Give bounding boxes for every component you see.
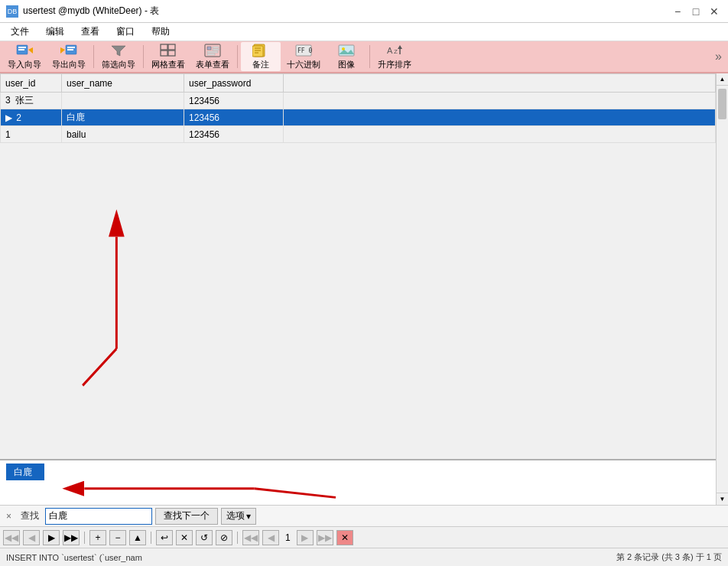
menu-edit[interactable]: 编辑	[38, 24, 72, 41]
vertical-scrollbar[interactable]: ▲ ▼	[716, 73, 728, 505]
nav-play-button[interactable]: ▶	[43, 530, 60, 545]
row-id-2: 2	[16, 112, 21, 123]
preview-cell[interactable]: 白鹿	[6, 464, 44, 480]
toolbar-notes-label: 备注	[252, 59, 269, 70]
nav-undo2-button[interactable]: ✕	[176, 530, 193, 545]
toolbar-image-button[interactable]: 图像	[327, 42, 366, 71]
cell-id-3[interactable]: 1	[1, 126, 62, 143]
nav-refresh-button[interactable]: ↺	[196, 530, 213, 545]
left-content: user_id user_name user_password 3 张三	[0, 73, 716, 505]
toolbar: 导入向导 导出向导 筛选向导	[0, 41, 728, 73]
options-button[interactable]: 选项 ▾	[221, 508, 256, 525]
svg-text:Z: Z	[394, 48, 398, 55]
grid-icon	[160, 44, 177, 57]
svg-marker-7	[60, 47, 65, 54]
nav-last-button[interactable]: ▶▶	[63, 530, 80, 545]
svg-rect-10	[168, 44, 175, 50]
close-button[interactable]: ✕	[707, 4, 722, 19]
export-icon	[60, 44, 77, 57]
scrollbar-track[interactable]	[717, 86, 728, 493]
toolbar-hex-label: 十六进制	[287, 59, 320, 70]
toolbar-notes-button[interactable]: 备注	[241, 42, 281, 71]
toolbar-import-label: 导入向导	[8, 59, 41, 70]
current-row-marker: ▶	[5, 112, 12, 123]
svg-line-36	[83, 349, 116, 385]
toolbar-grid-button[interactable]: 网格查看	[147, 42, 190, 71]
search-label: 查找	[18, 509, 42, 522]
toolbar-sep-1	[93, 45, 94, 68]
toolbar-sep-3	[237, 45, 238, 68]
page-prev-button[interactable]: ◀	[262, 530, 279, 545]
svg-rect-2	[18, 49, 24, 50]
toolbar-sort-label: 升序排序	[378, 59, 411, 70]
cell-extra-2	[284, 109, 716, 126]
svg-rect-1	[18, 47, 26, 48]
find-next-button[interactable]: 查找下一个	[155, 508, 218, 525]
cell-id-2[interactable]: ▶ 2	[1, 109, 62, 126]
nav-up-button[interactable]: ▲	[129, 530, 146, 545]
menu-bar: 文件 编辑 查看 窗口 帮助	[0, 23, 728, 41]
content-area: user_id user_name user_password 3 张三	[0, 73, 728, 505]
nav-delete-button[interactable]: −	[109, 530, 126, 545]
nav-add-button[interactable]: +	[89, 530, 106, 545]
cell-pass-1[interactable]: 123456	[184, 93, 284, 109]
svg-rect-16	[213, 49, 219, 50]
scrollbar-up-button[interactable]: ▲	[717, 73, 728, 86]
maximize-button[interactable]: □	[688, 4, 704, 19]
nav-stop-button[interactable]: ⊘	[216, 530, 232, 545]
cell-extra-1	[284, 93, 716, 109]
toolbar-import-button[interactable]: 导入向导	[3, 42, 46, 71]
hex-icon: FF 00	[295, 44, 312, 57]
svg-marker-3	[28, 47, 33, 54]
menu-file[interactable]: 文件	[3, 24, 37, 41]
svg-rect-20	[252, 46, 263, 57]
nav-undo1-button[interactable]: ↩	[156, 530, 173, 545]
table-row[interactable]: 3 张三 123456	[1, 93, 716, 109]
search-close-button[interactable]: ×	[3, 511, 15, 522]
window-title: usertest @mydb (WhiteDeer) - 表	[23, 5, 159, 18]
page-last-button[interactable]: ▶▶	[317, 530, 333, 545]
scrollbar-down-button[interactable]: ▼	[717, 493, 728, 505]
toolbar-sep-2	[143, 45, 144, 68]
toolbar-filter-button[interactable]: 筛选向导	[97, 42, 140, 71]
nav-prev-button[interactable]: ◀	[23, 530, 40, 545]
toolbar-form-button[interactable]: 表单查看	[191, 42, 234, 71]
nav-first-button[interactable]: ◀◀	[3, 530, 20, 545]
page-first-button[interactable]: ◀◀	[242, 530, 259, 545]
preview-arrow	[0, 460, 716, 505]
toolbar-sort-button[interactable]: A Z 升序排序	[373, 42, 416, 71]
cell-pass-3[interactable]: 123456	[184, 126, 284, 143]
cell-pass-2[interactable]: 123456	[184, 109, 284, 126]
cell-name-2[interactable]: 白鹿	[62, 109, 184, 126]
search-input[interactable]	[45, 508, 152, 525]
nav-close-button[interactable]: ✕	[336, 530, 353, 545]
page-number: 1	[282, 532, 294, 543]
table-row-selected[interactable]: ▶ 2 白鹿 123456	[1, 109, 716, 126]
preview-area: 白鹿	[0, 459, 716, 505]
scrollbar-thumb[interactable]	[718, 89, 726, 119]
col-header-password: user_password	[184, 74, 284, 93]
menu-view[interactable]: 查看	[73, 24, 107, 41]
cell-name-1[interactable]	[62, 93, 184, 109]
menu-window[interactable]: 窗口	[109, 24, 142, 41]
toolbar-image-label: 图像	[338, 59, 355, 70]
cell-name-3[interactable]: bailu	[62, 126, 184, 143]
svg-text:A: A	[387, 46, 393, 55]
cell-id-1[interactable]: 3 张三	[1, 93, 62, 109]
nav-sep-3	[237, 532, 238, 544]
col-header-extra	[284, 74, 716, 93]
toolbar-export-button[interactable]: 导出向导	[47, 42, 90, 71]
table-row[interactable]: 1 bailu 123456	[1, 126, 716, 143]
row-id-3: 1	[5, 129, 11, 140]
svg-marker-8	[112, 46, 125, 56]
nav-sep-2	[151, 532, 151, 544]
svg-rect-6	[67, 49, 73, 50]
page-next-button[interactable]: ▶	[297, 530, 314, 545]
cell-extra-3	[284, 126, 716, 143]
menu-help[interactable]: 帮助	[144, 24, 177, 41]
toolbar-more-button[interactable]: »	[712, 50, 725, 63]
filter-icon	[110, 44, 127, 57]
nav-sep-1	[84, 532, 85, 544]
toolbar-hex-button[interactable]: FF 00 十六进制	[282, 42, 325, 71]
minimize-button[interactable]: −	[670, 4, 685, 19]
